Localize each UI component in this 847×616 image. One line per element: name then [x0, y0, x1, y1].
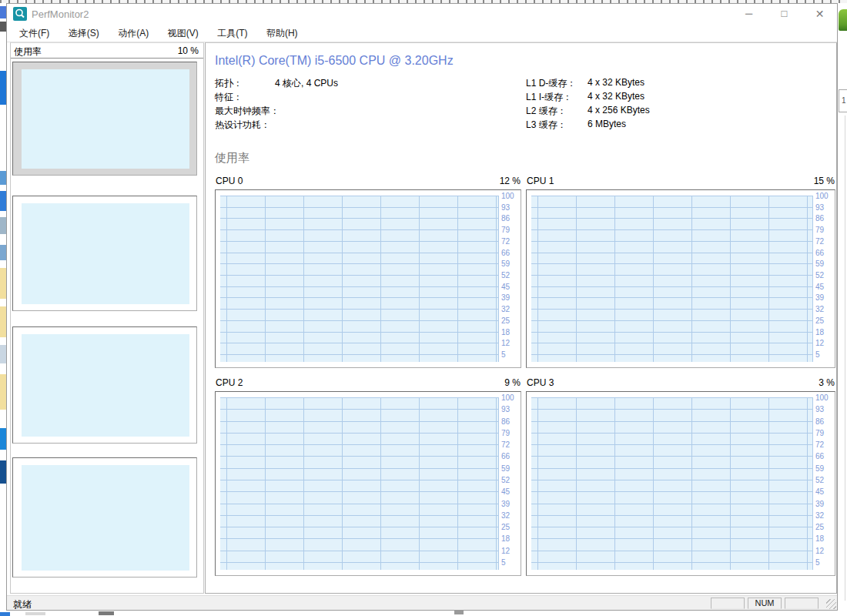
y-tick-label: 18: [815, 535, 824, 543]
gridline: [220, 354, 498, 355]
gridline: [220, 409, 498, 410]
desktop-icon-fragment: [0, 374, 6, 410]
chart-panel-cpu3[interactable]: 100938679726659524539322518125: [526, 391, 835, 576]
desktop-icon-fragment: [0, 22, 6, 32]
gridline: [531, 444, 812, 445]
chart-panel-cpu2[interactable]: 100938679726659524539322518125: [215, 391, 521, 576]
status-pane-2: [785, 598, 819, 609]
status-pane-num: NUM: [748, 598, 782, 609]
gridline: [220, 538, 498, 539]
gridline: [531, 320, 812, 321]
y-tick-label: 25: [815, 317, 824, 325]
gridline: [531, 241, 812, 242]
gridline: [220, 309, 498, 310]
chart-plot: [531, 397, 813, 570]
menu-help[interactable]: 帮助(H): [259, 24, 306, 43]
gridline: [220, 456, 498, 457]
desktop-icon-fragment: [0, 460, 6, 484]
gridline: [220, 444, 498, 445]
desktop-icon-fragment: [0, 345, 6, 363]
y-tick-label: 72: [501, 441, 510, 449]
gridline: [531, 456, 812, 457]
y-tick-label: 12: [815, 547, 824, 555]
y-tick-label: 45: [815, 488, 824, 496]
sidebar-usage-label: 使用率: [14, 45, 42, 59]
y-tick-label: 93: [501, 406, 510, 413]
gridline: [220, 263, 498, 264]
gridline: [531, 332, 812, 333]
menu-view[interactable]: 视图(V): [160, 24, 206, 43]
maximize-button[interactable]: □: [767, 4, 802, 24]
y-tick-label: 12: [501, 547, 510, 555]
desktop-icon-fragment: [0, 245, 6, 260]
gridline: [220, 468, 498, 469]
mini-chart-plot: [22, 465, 189, 571]
info-row-tdp: 热设计功耗：: [215, 119, 515, 132]
status-pane-1: [711, 598, 745, 609]
info-value: 4 x 256 KBytes: [588, 105, 650, 116]
y-tick-label: 39: [815, 500, 824, 508]
chart-plot: [220, 397, 499, 570]
sidebar-mini-chart-4[interactable]: [12, 457, 197, 578]
menu-tools[interactable]: 工具(T): [209, 24, 255, 43]
y-tick-label: 25: [501, 317, 510, 325]
y-tick-label: 72: [815, 441, 824, 449]
sidebar-mini-chart-2[interactable]: [12, 196, 197, 311]
gridline: [220, 527, 498, 527]
chart-panel-cpu0[interactable]: 100938679726659524539322518125: [215, 189, 521, 368]
gridline: [531, 480, 812, 480]
y-tick-label: 39: [815, 294, 824, 302]
gridline: [220, 504, 498, 504]
resize-grip[interactable]: [826, 599, 836, 609]
minimize-button[interactable]: ─: [732, 4, 766, 24]
usage-section-title: 使用率: [215, 151, 249, 166]
info-label: 特征：: [215, 91, 243, 104]
gridline: [531, 504, 812, 504]
y-tick-label: 79: [815, 226, 824, 234]
sidebar-mini-chart-3[interactable]: [12, 326, 197, 444]
chart-panel-cpu1[interactable]: 100938679726659524539322518125: [526, 189, 835, 368]
info-value: 4 x 32 KBytes: [588, 77, 644, 88]
sidebar-usage-value: 10 %: [178, 45, 199, 56]
y-tick-label: 100: [501, 394, 514, 402]
gridline: [220, 241, 498, 242]
info-row-l1i-cache: L1 I-缓存： 4 x 32 KBytes: [526, 91, 826, 105]
info-label: L1 D-缓存：: [526, 77, 576, 90]
gridline: [531, 421, 812, 422]
info-label: 最大时钟频率：: [215, 105, 280, 118]
y-tick-label: 86: [501, 215, 510, 223]
y-tick-label: 86: [501, 418, 510, 426]
y-tick-label: 66: [815, 453, 824, 460]
y-tick-label: 5: [501, 351, 506, 359]
gridline: [220, 297, 498, 298]
info-row-l1d-cache: L1 D-缓存： 4 x 32 KBytes: [526, 77, 826, 91]
y-tick-label: 59: [501, 465, 510, 473]
y-tick-label: 25: [815, 524, 824, 531]
gridline: [220, 421, 498, 422]
y-tick-label: 32: [815, 512, 824, 520]
chart-header-cpu1: CPU 1 15 %: [526, 176, 835, 187]
chart-header-cpu2: CPU 2 9 %: [215, 377, 521, 389]
chart-ticks: 100938679726659524539322518125: [500, 196, 519, 362]
y-tick-label: 32: [815, 306, 824, 313]
gridline: [531, 229, 812, 230]
y-tick-label: 79: [501, 226, 510, 234]
menu-file[interactable]: 文件(F): [12, 24, 57, 43]
menu-select[interactable]: 选择(S): [61, 24, 107, 43]
gridline: [220, 480, 498, 480]
gridline: [220, 433, 498, 434]
desktop-icon-fragment: [0, 268, 6, 299]
chart-current-value: 12 %: [500, 176, 521, 186]
gridline: [531, 491, 812, 492]
gridline: [531, 527, 812, 527]
sidebar-mini-chart-1[interactable]: [12, 62, 197, 176]
y-tick-label: 18: [501, 329, 510, 336]
y-tick-label: 66: [501, 249, 510, 257]
close-button[interactable]: ✕: [802, 4, 837, 24]
y-tick-label: 32: [501, 306, 510, 313]
window-title: PerfMonitor2: [32, 8, 89, 20]
menu-action[interactable]: 动作(A): [110, 24, 156, 43]
y-tick-label: 100: [815, 192, 829, 200]
titlebar[interactable]: PerfMonitor2 ─ □ ✕: [7, 4, 837, 24]
info-label: L2 缓存：: [526, 105, 567, 118]
